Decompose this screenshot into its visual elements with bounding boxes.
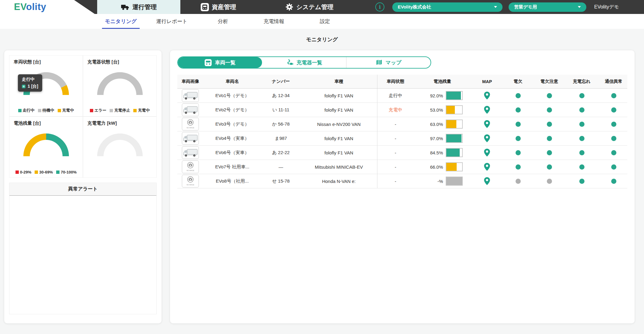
list-tab-label: 充電器一覧 <box>297 59 322 66</box>
out-of-charge-indicator-cell <box>503 174 533 188</box>
gauge-tooltip-series: 走行中 <box>22 77 38 82</box>
battery-gauge: 97.0% <box>414 134 471 143</box>
column-header-車両名: 車両名 <box>203 75 261 88</box>
battery-cell: -% <box>414 174 471 188</box>
battery-bar <box>446 162 463 171</box>
subnav-tab-分析[interactable]: 分析 <box>197 14 248 29</box>
user-label[interactable]: EVolityデモ <box>594 4 619 10</box>
table-row[interactable]: NO IMAGEEVo7号 社用車...—Mitsubishi MINICAB-… <box>177 160 627 174</box>
pin-icon[interactable] <box>484 163 490 171</box>
nav-tab-システム管理[interactable]: システム管理 <box>269 0 350 14</box>
pin-icon[interactable] <box>484 177 490 185</box>
vehicle-status: - <box>377 131 414 145</box>
subnav-tab-運行レポート[interactable]: 運行レポート <box>146 14 197 29</box>
comm-error-indicator-cell <box>598 103 629 117</box>
legend-item-70-100%[interactable]: 70-100% <box>56 170 77 174</box>
pin-icon[interactable] <box>484 92 490 100</box>
legend-item-0-29%[interactable]: 0-29% <box>15 170 32 174</box>
semicircle-gauge[interactable] <box>97 72 143 95</box>
battery-bar <box>446 177 463 186</box>
gauge-title: 充電電力 [kW] <box>87 120 152 126</box>
table-row[interactable]: EVo4号（実車）ま987folofly F1 VAN-97.0% <box>177 131 627 146</box>
battery-bar <box>446 91 463 100</box>
battery-bar-fill <box>446 106 455 114</box>
nav-tab-label: システム管理 <box>296 3 333 11</box>
list-tab-bar: 車両一覧充電器一覧マップ <box>177 56 431 69</box>
out-of-charge-indicator-cell <box>503 146 533 160</box>
gauge-legend: 0-29%30-69%70-100% <box>9 170 83 174</box>
forgot-charge-indicator <box>579 93 584 98</box>
page-title: モニタリング <box>0 29 644 50</box>
battery-gauge: 84.5% <box>414 148 471 157</box>
environment-select[interactable]: 営業デモ用 <box>509 2 586 12</box>
pin-icon[interactable] <box>484 149 490 157</box>
sub-navigation: モニタリング運行レポート分析充電情報設定 <box>0 14 644 29</box>
table-row[interactable]: EVo1号（デモ）あ 12-34folofly F1 VAN走行中92.0% <box>177 89 627 103</box>
out-of-charge-indicator-cell <box>503 131 533 145</box>
info-icon[interactable]: i <box>375 2 384 12</box>
vehicle-plate: い 11-11 <box>261 103 301 117</box>
vehicle-model: folofly F1 VAN <box>301 131 377 145</box>
vehicle-status: 走行中 <box>377 89 414 103</box>
column-header-電欠注意: 電欠注意 <box>533 75 565 88</box>
column-header-車両画像: 車両画像 <box>177 75 203 88</box>
comm-error-indicator-cell <box>598 131 629 145</box>
charge-warning-indicator <box>547 150 552 155</box>
subnav-tab-設定[interactable]: 設定 <box>299 14 350 29</box>
legend-swatch <box>110 109 113 112</box>
vehicle-name: EVo6号（実車） <box>203 146 261 160</box>
battery-bar <box>446 148 463 157</box>
battery-gauge: 66.0% <box>414 162 471 171</box>
alert-panel: 異常アラート <box>9 183 157 314</box>
pin-icon[interactable] <box>484 134 490 142</box>
nav-tab-資産管理[interactable]: 資産管理 <box>189 0 247 14</box>
vehicle-image-cell: NO IMAGE <box>177 174 203 188</box>
chevron-down-icon <box>494 6 497 8</box>
no-image: NO IMAGE <box>183 118 198 130</box>
forgot-charge-indicator-cell <box>565 103 598 117</box>
list-tab-充電器一覧[interactable]: 充電器一覧 <box>262 57 346 68</box>
battery-bar-fill <box>446 134 462 142</box>
van-photo <box>183 133 198 144</box>
legend-item-走行中[interactable]: 走行中 <box>18 108 35 113</box>
van-photo <box>183 90 198 101</box>
van-photo <box>183 147 198 158</box>
charge-warning-indicator <box>547 107 552 113</box>
legend-item-充電停止[interactable]: 充電停止 <box>110 108 130 113</box>
vehicle-plate: あ 12-34 <box>261 89 301 103</box>
battery-percent: 84.5% <box>430 150 443 155</box>
legend-label: エラー <box>94 108 107 113</box>
semicircle-gauge[interactable] <box>23 133 69 157</box>
no-image-placeholder: NO IMAGE <box>182 118 199 130</box>
table-row[interactable]: NO IMAGEEVo3号（デモ）か 56-78Nissan e-NV200 V… <box>177 117 627 131</box>
legend-item-充電中[interactable]: 充電中 <box>133 108 150 113</box>
list-tab-マップ[interactable]: マップ <box>346 57 431 68</box>
legend-item-エラー[interactable]: エラー <box>90 108 107 113</box>
gauge-legend: エラー充電停止充電中 <box>83 108 156 113</box>
subnav-tab-充電情報[interactable]: 充電情報 <box>248 14 299 29</box>
legend-item-充電中[interactable]: 充電中 <box>58 108 74 113</box>
company-select[interactable]: EVolity株式会社 <box>392 2 503 12</box>
semicircle-gauge[interactable] <box>97 133 143 157</box>
legend-swatch <box>15 170 19 174</box>
legend-swatch <box>90 109 93 112</box>
legend-item-待機中[interactable]: 待機中 <box>38 108 54 113</box>
gauge-title: 車両状態 [台] <box>14 59 78 65</box>
legend-item-30-69%[interactable]: 30-69% <box>35 170 53 174</box>
map-icon <box>376 59 383 66</box>
table-row[interactable]: EVo2号（デモ）い 11-11folofly F1 VAN充電中53.0% <box>177 103 627 117</box>
pin-icon[interactable] <box>484 120 490 128</box>
charge-warning-indicator <box>547 136 552 141</box>
subnav-tab-モニタリング[interactable]: モニタリング <box>95 14 146 29</box>
nav-tab-label: 運行管理 <box>132 3 157 11</box>
top-navbar: EVolity 運行管理資産管理システム管理 i EVolity株式会社 営業デ… <box>0 0 644 14</box>
nav-tab-運行管理[interactable]: 運行管理 <box>97 0 180 14</box>
pin-icon[interactable] <box>484 106 490 114</box>
out-of-charge-indicator <box>516 136 521 141</box>
vehicle-thumbnail <box>182 89 199 102</box>
legend-label: 70-100% <box>61 170 77 174</box>
table-row[interactable]: EVo6号（実車）あ 22-22folofly F1 VAN-84.5% <box>177 146 627 160</box>
list-tab-車両一覧[interactable]: 車両一覧 <box>178 57 262 68</box>
table-header-row: 車両画像車両名ナンバー車種車両状態電池残量MAP電欠電欠注意充電忘れ通信異常 <box>177 75 627 89</box>
table-row[interactable]: NO IMAGEEVo8号（社用...せ 15-78Honda N-VAN e:… <box>177 174 627 188</box>
